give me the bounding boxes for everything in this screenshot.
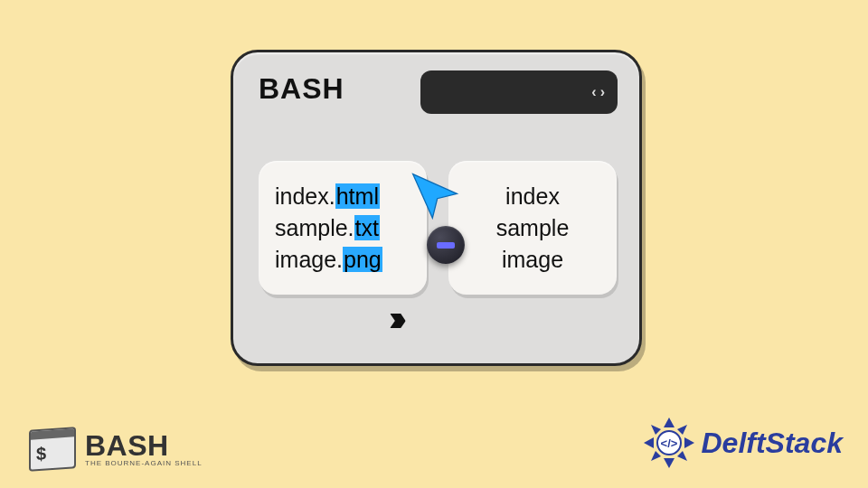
result-line: image [502,247,563,273]
delftstack-word: DelftStack [702,427,844,460]
result-line: sample [496,215,570,241]
chevron-right-icon: › [600,84,605,100]
transform-arrows-icon: ››› [389,298,398,339]
minus-icon [437,242,455,249]
source-files-panel: index.html sample.txt image.png [259,161,427,295]
file-line: image.png [275,247,410,273]
delftstack-mark-icon: </> [640,414,698,472]
chevron-left-icon: ‹ [591,84,596,100]
extension-highlight: txt [354,215,380,240]
window-title: BASH [259,72,344,106]
extension-highlight: html [335,183,380,209]
svg-text:</>: </> [660,436,677,450]
bash-logo-word: BASH [85,431,203,460]
result-line: index [505,183,560,210]
title-tab: ‹ › [420,70,618,114]
bash-logo: BASH THE BOURNE-AGAIN SHELL [29,428,203,470]
app-window: BASH ‹ › index.html sample.txt image.png… [231,50,642,366]
result-panel: index sample image [448,161,617,295]
terminal-icon [29,427,76,472]
file-line: sample.txt [275,215,410,241]
extension-highlight: png [343,247,382,272]
bash-logo-tagline: THE BOURNE-AGAIN SHELL [85,460,203,467]
remove-button[interactable] [427,226,465,264]
file-line: index.html [275,183,410,210]
delftstack-logo: </> DelftStack [640,414,844,472]
